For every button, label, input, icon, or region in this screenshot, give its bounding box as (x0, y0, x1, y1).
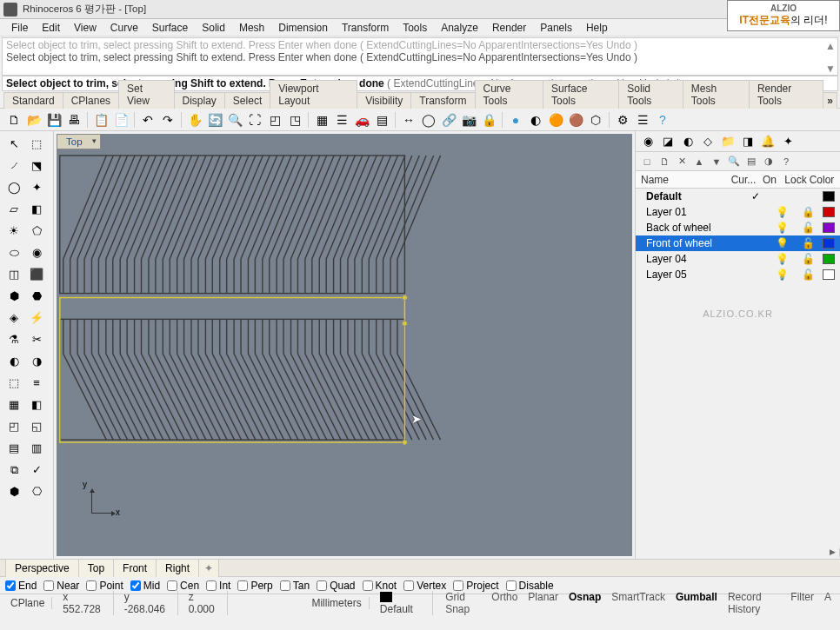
menu-view[interactable]: View (68, 20, 103, 36)
status-planar[interactable]: Planar (523, 591, 563, 615)
menu-dimension[interactable]: Dimension (272, 20, 334, 36)
scroll-arrows[interactable]: ▲▼ (825, 40, 836, 75)
status-a[interactable]: A (819, 591, 837, 615)
tool-button[interactable]: ▥ (26, 438, 47, 458)
osnap-vertex[interactable]: Vertex (403, 580, 446, 592)
viewport[interactable]: Top x y ➤ (57, 134, 632, 556)
viewtab-perspective[interactable]: Perspective (5, 559, 79, 577)
shade-icon[interactable]: ◐ (527, 111, 544, 129)
tool-button[interactable]: ◧ (26, 395, 47, 414)
cplane-icon[interactable]: ▦ (313, 111, 330, 129)
tool-button[interactable]: ⬢ (3, 286, 24, 306)
lnk-icon[interactable]: 🔗 (440, 111, 457, 129)
tool-button[interactable]: ⟋ (3, 156, 24, 176)
new-icon[interactable]: 🗋 (5, 111, 23, 129)
menu-help[interactable]: Help (580, 20, 614, 36)
tool-button[interactable]: ⬛ (26, 264, 47, 284)
redo-icon[interactable]: ↷ (159, 111, 177, 129)
tool-button[interactable]: ◯ (3, 177, 24, 197)
viewtab-right[interactable]: Right (156, 559, 199, 577)
menu-analyze[interactable]: Analyze (435, 20, 484, 36)
render-icon[interactable]: ● (507, 111, 524, 129)
osnap-perp[interactable]: Perp (237, 580, 272, 592)
layer-tool-icon[interactable]: 🔍 (726, 154, 742, 169)
menu-transform[interactable]: Transform (336, 20, 395, 36)
layer-row[interactable]: Default✓ (636, 189, 840, 204)
tool-button[interactable]: ▤ (3, 438, 24, 458)
layer-row[interactable]: Front of wheel💡🔓 (636, 235, 840, 251)
menu-surface[interactable]: Surface (146, 20, 194, 36)
panel-tab-icon[interactable]: ◪ (659, 133, 677, 150)
tooltab-curve-tools[interactable]: Curve Tools (475, 80, 544, 109)
tooltab-surface-tools[interactable]: Surface Tools (543, 80, 619, 109)
tool-button[interactable]: ◑ (26, 351, 47, 371)
tool-button[interactable]: ⬚ (3, 373, 24, 393)
zoom-icon[interactable]: 🔍 (226, 111, 243, 129)
menu-render[interactable]: Render (486, 20, 532, 36)
drawing-area[interactable]: x y ➤ (57, 151, 632, 556)
menu-curve[interactable]: Curve (104, 20, 144, 36)
menu-mesh[interactable]: Mesh (233, 20, 270, 36)
tooltab-standard[interactable]: Standard (3, 92, 63, 109)
panel-tab-icon[interactable]: ✦ (779, 133, 797, 150)
osnap-cen[interactable]: Cen (167, 580, 199, 592)
tooltab-cplanes[interactable]: CPlanes (63, 92, 119, 109)
tooltab-display[interactable]: Display (174, 92, 225, 109)
status-smarttrack[interactable]: SmartTrack (606, 591, 670, 615)
layer-tool-icon[interactable]: ▤ (743, 154, 759, 169)
osnap-mid[interactable]: Mid (130, 580, 160, 592)
menu-panels[interactable]: Panels (534, 20, 578, 36)
layers-icon[interactable]: ☰ (634, 111, 651, 129)
status-filter[interactable]: Filter (785, 591, 819, 615)
tooltab-visibility[interactable]: Visibility (357, 92, 411, 109)
named-icon[interactable]: ☰ (333, 111, 350, 129)
dist-icon[interactable]: ↔ (400, 111, 417, 129)
panel-tab-icon[interactable]: 📁 (719, 133, 737, 150)
layer-tool-icon[interactable]: ? (778, 154, 794, 169)
tool-button[interactable]: ⎔ (26, 481, 47, 501)
layer-row[interactable]: Back of wheel💡🔓 (636, 220, 840, 235)
tool-button[interactable]: ⬣ (26, 286, 47, 306)
panel-tab-icon[interactable]: ◇ (699, 133, 717, 150)
tool-button[interactable]: ◐ (3, 351, 24, 371)
pan-icon[interactable]: ✋ (186, 111, 203, 129)
tool-button[interactable]: ◫ (3, 264, 24, 284)
main-toolbar[interactable]: 🗋 📂 💾 🖶 📋 📄 ↶ ↷ ✋ 🔄 🔍 ⛶ ◰ ◳ ▦ ☰ 🚗 ▤ ↔ ◯ … (0, 109, 840, 131)
zoom-sel-icon[interactable]: ◰ (266, 111, 283, 129)
tool-button[interactable]: ☀ (3, 221, 24, 241)
layer-tool-icon[interactable]: ▼ (709, 154, 724, 169)
clip-icon[interactable]: 📋 (92, 111, 110, 129)
osnap-near[interactable]: Near (43, 580, 79, 592)
panel-tab-icon[interactable]: ◐ (679, 133, 697, 150)
viewport-tabs[interactable]: PerspectiveTopFrontRight✦ (0, 559, 840, 576)
status-osnap[interactable]: Osnap (563, 591, 606, 615)
tooltab-solid-tools[interactable]: Solid Tools (618, 80, 683, 109)
opt-icon[interactable]: ⚙ (614, 111, 631, 129)
clip2-icon[interactable]: 📄 (112, 111, 130, 129)
status-recordhistory[interactable]: Record History (723, 591, 785, 615)
panel-tab-icon[interactable]: ◉ (639, 133, 657, 150)
viewtab-front[interactable]: Front (113, 559, 157, 577)
tool-button[interactable]: ⬠ (26, 221, 47, 241)
tooltab-set-view[interactable]: Set View (118, 80, 174, 109)
tool-button[interactable]: ▦ (3, 395, 24, 414)
tool-button[interactable]: ◱ (26, 416, 47, 436)
tool-button[interactable]: ⬭ (3, 242, 24, 262)
layer-tool-icon[interactable]: ◑ (761, 154, 777, 169)
viewtab-add[interactable]: ✦ (198, 559, 219, 577)
layer-row[interactable]: Layer 04💡🔓 (636, 251, 840, 267)
print-icon[interactable]: 🖶 (65, 111, 83, 129)
menu-tools[interactable]: Tools (397, 20, 433, 36)
tool-button[interactable]: ✓ (26, 460, 47, 480)
panel-tab-icon[interactable]: 🔔 (759, 133, 777, 150)
car-icon[interactable]: 🚗 (353, 111, 370, 129)
status-cplane[interactable]: CPlane (3, 597, 52, 609)
status-gridsnap[interactable]: Grid Snap (440, 591, 486, 615)
layer-row[interactable]: Layer 05💡🔓 (636, 267, 840, 282)
osnap-quad[interactable]: Quad (317, 580, 355, 592)
status-ortho[interactable]: Ortho (486, 591, 523, 615)
tool-button[interactable]: ⬢ (3, 481, 24, 501)
tool-button[interactable]: ✂ (26, 329, 47, 349)
undo-icon[interactable]: ↶ (139, 111, 157, 129)
lock-icon[interactable]: 🔒 (480, 111, 497, 129)
